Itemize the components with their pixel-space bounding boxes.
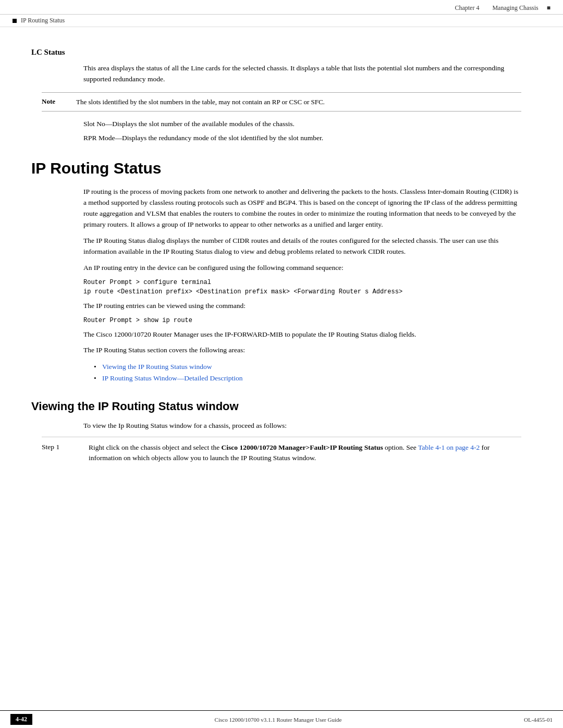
step-1-label: Step 1 — [42, 442, 78, 451]
link-item-1[interactable]: Viewing the IP Routing Status window — [94, 361, 532, 373]
lc-status-heading: LC Status — [31, 48, 532, 57]
step-1-text-part1: Right click on the chassis object and se… — [89, 443, 222, 451]
step-1-row: Step 1 Right click on the chassis object… — [42, 442, 521, 464]
ip-routing-status-heading: IP Routing Status — [31, 159, 532, 177]
viewing-section-heading: Viewing the IP Routing Status window — [31, 400, 532, 413]
viewing-intro: To view the Ip Routing Status window for… — [83, 421, 521, 431]
ip-routing-para5: The Cisco 12000/10720 Router Manager use… — [83, 329, 521, 340]
ip-routing-para1: IP routing is the process of moving pack… — [83, 187, 521, 230]
step-1-content: Right click on the chassis object and se… — [89, 442, 521, 464]
link-item-2[interactable]: IP Routing Status Window—Detailed Descri… — [94, 373, 532, 384]
step-divider — [42, 437, 521, 437]
lc-status-body1: This area displays the status of all the… — [83, 63, 521, 85]
page-number: 4-42 — [10, 714, 32, 725]
header-right: Chapter 4 Managing Chassis ■ — [455, 4, 550, 12]
header-separator — [483, 4, 488, 12]
chapter-title: Managing Chassis — [492, 4, 538, 12]
ip-routing-para6: The IP Routing Status section covers the… — [83, 345, 521, 356]
breadcrumb-text: IP Routing Status — [21, 17, 65, 24]
note-box: Note The slots identified by the slot nu… — [42, 92, 521, 112]
note-label: Note — [42, 97, 68, 106]
step-1-link[interactable]: Table 4-1 on page 4-2 — [418, 443, 480, 451]
footer-title: Cisco 12000/10700 v3.1.1 Router Manager … — [215, 717, 342, 723]
chapter-label: Chapter 4 — [455, 4, 479, 12]
step-1-bold: Cisco 12000/10720 Manager>Fault>IP Routi… — [222, 443, 383, 451]
ip-routing-para4: The IP routing entries can be viewed usi… — [83, 301, 521, 312]
code-line2: ip route <Destination prefix> <Destinati… — [83, 288, 532, 295]
ip-routing-para2: The IP Routing Status dialog displays th… — [83, 236, 521, 257]
ip-routing-para3: An IP routing entry in the device can be… — [83, 263, 521, 274]
code-line1: Router Prompt > configure terminal — [83, 279, 532, 286]
field-rpr-mode: RPR Mode—Displays the redundancy mode of… — [83, 133, 521, 144]
step-1-text-part2: option. See — [383, 443, 418, 451]
code-line3: Router Prompt > show ip route — [83, 317, 532, 324]
top-header: Chapter 4 Managing Chassis ■ — [0, 0, 563, 15]
field-slot-no: Slot No—Displays the slot number of the … — [83, 119, 521, 130]
link-viewing[interactable]: Viewing the IP Routing Status window — [102, 363, 212, 371]
breadcrumb-bar: IP Routing Status — [0, 15, 563, 27]
ip-routing-links: Viewing the IP Routing Status window IP … — [94, 361, 532, 384]
note-text: The slots identified by the slot numbers… — [76, 97, 325, 107]
footer-doc-number: OL-4455-01 — [524, 717, 553, 723]
main-content: LC Status This area displays the status … — [0, 27, 563, 500]
bullet-icon — [13, 19, 17, 23]
header-bar: ■ — [547, 4, 550, 12]
page-footer: 4-42 Cisco 12000/10700 v3.1.1 Router Man… — [0, 710, 563, 728]
link-detailed[interactable]: IP Routing Status Window—Detailed Descri… — [102, 374, 242, 382]
